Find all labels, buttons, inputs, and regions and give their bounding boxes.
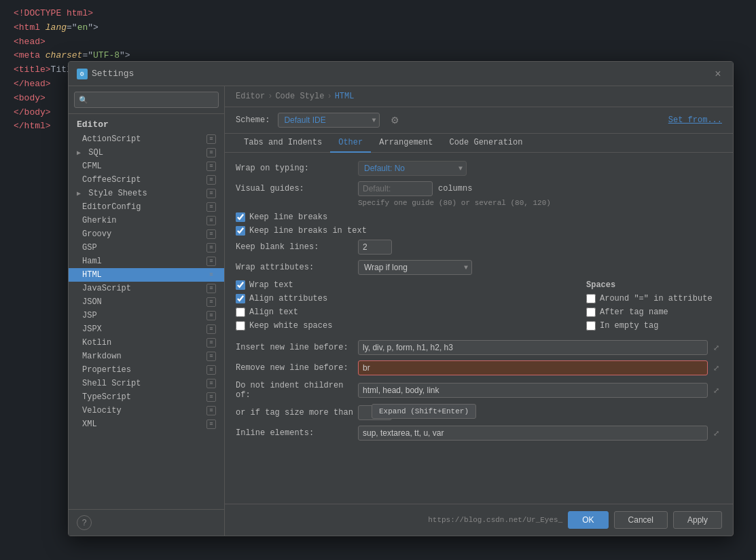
do-not-indent-input[interactable] (358, 383, 708, 398)
sidebar-item-stylesheets[interactable]: ▶ Style Sheets≡ (69, 187, 224, 200)
sidebar-item-jsp[interactable]: JSP≡ (69, 309, 224, 322)
sidebar-item-shell-script[interactable]: Shell Script≡ (69, 377, 224, 390)
sidebar-item-gherkin[interactable]: Gherkin≡ (69, 214, 224, 227)
keep-line-breaks-row: Keep line breaks (236, 212, 722, 222)
scheme-bar: Scheme: Default IDE ▼ ⚙ Set from... (225, 107, 733, 134)
after-tag-name-label[interactable]: After tag name (600, 307, 668, 317)
wrap-attributes-dropdown: Wrap if long Do not wrap Wrap always Wra… (358, 260, 472, 275)
around-attr-checkbox[interactable] (586, 294, 596, 303)
file-icon: ≡ (206, 379, 216, 388)
sidebar-item-jspx[interactable]: JSPX≡ (69, 322, 224, 336)
remove-new-line-before-field: ⤢ (358, 360, 722, 375)
inline-elements-input[interactable] (358, 426, 708, 441)
after-tag-name-checkbox[interactable] (586, 307, 596, 317)
checkboxes-col: Wrap text Align attributes Align text (236, 280, 575, 335)
scheme-select[interactable]: Default IDE (278, 113, 380, 128)
file-icon: ≡ (206, 311, 216, 320)
keep-line-breaks-checkbox[interactable] (236, 212, 245, 222)
file-icon: ≡ (206, 162, 216, 171)
file-icon: ≡ (206, 216, 216, 225)
file-icon: ≡ (206, 352, 216, 361)
align-text-checkbox[interactable] (236, 307, 245, 317)
align-text-label[interactable]: Align text (249, 307, 298, 317)
insert-new-line-before-input[interactable] (358, 340, 708, 355)
search-input[interactable] (74, 92, 219, 108)
align-attributes-row: Align attributes (236, 294, 575, 303)
insert-new-line-expand-button[interactable]: ⤢ (710, 342, 722, 354)
close-button[interactable]: × (711, 67, 725, 81)
settings-content: Wrap on typing: Default: No ▼ Visual gui… (225, 153, 733, 504)
sidebar-item-groovy[interactable]: Groovy≡ (69, 227, 224, 241)
keep-white-spaces-label[interactable]: Keep white spaces (249, 321, 332, 331)
inline-elements-expand-button[interactable]: ⤢ (710, 428, 722, 439)
sidebar-item-xml[interactable]: XML≡ (69, 417, 224, 431)
keep-line-breaks-label[interactable]: Keep line breaks (249, 212, 327, 222)
sidebar-item-html[interactable]: HTML≡ (69, 268, 224, 282)
breadcrumb-editor: Editor (236, 92, 265, 101)
sidebar-item-cfml[interactable]: CFML≡ (69, 160, 224, 173)
in-empty-tag-checkbox[interactable] (586, 321, 596, 331)
in-empty-tag-label[interactable]: In empty tag (600, 321, 658, 331)
wrap-on-typing-dropdown: Default: No ▼ (358, 161, 467, 176)
sidebar-item-markdown[interactable]: Markdown≡ (69, 350, 224, 363)
scheme-gear-button[interactable]: ⚙ (388, 113, 402, 127)
do-not-indent-expand-button[interactable]: ⤢ (710, 385, 722, 396)
inline-elements-field: ⤢ (358, 426, 722, 441)
file-icon: ≡ (206, 175, 216, 185)
breadcrumb-html: HTML (335, 92, 355, 101)
sidebar-item-gsp[interactable]: GSP≡ (69, 241, 224, 255)
sidebar-item-typescript[interactable]: TypeScript≡ (69, 390, 224, 404)
remove-new-line-expand-button[interactable]: ⤢ (710, 362, 722, 374)
tab-arrangement[interactable]: Arrangement (371, 134, 441, 153)
keep-white-spaces-checkbox[interactable] (236, 321, 245, 331)
two-column-section: Wrap text Align attributes Align text (236, 280, 722, 335)
spaces-header: Spaces (586, 280, 722, 290)
sidebar-item-kotlin[interactable]: Kotlin≡ (69, 336, 224, 350)
wrap-text-label[interactable]: Wrap text (249, 280, 293, 290)
keep-blank-lines-input[interactable] (358, 240, 392, 255)
insert-new-line-before-row: Insert new line before: ⤢ (236, 340, 722, 355)
expand-tooltip: Expand (Shift+Enter) (372, 404, 476, 419)
wrap-attributes-row: Wrap attributes: Wrap if long Do not wra… (236, 260, 722, 275)
file-icon: ≡ (206, 257, 216, 266)
dialog-title-area: ⚙ Settings (77, 69, 134, 79)
around-attr-label[interactable]: Around "=" in attribute (600, 294, 713, 303)
sidebar-item-coffeescript[interactable]: CoffeeScript≡ (69, 173, 224, 187)
sidebar-item-javascript[interactable]: JavaScript≡ (69, 282, 224, 295)
file-icon: ≡ (206, 338, 216, 348)
wrap-on-typing-row: Wrap on typing: Default: No ▼ (236, 161, 722, 176)
visual-guides-input[interactable] (358, 181, 433, 196)
sidebar-item-sql[interactable]: ▶ SQL≡ (69, 146, 224, 160)
file-icon: ≡ (206, 419, 216, 429)
visual-guides-hint: Specify one guide (80) or several (80, 1… (358, 199, 722, 207)
align-attributes-label[interactable]: Align attributes (249, 294, 327, 303)
wrap-text-row: Wrap text (236, 280, 575, 290)
wrap-on-typing-select[interactable]: Default: No (358, 161, 467, 176)
align-attributes-checkbox[interactable] (236, 294, 245, 303)
tab-tabs-indents[interactable]: Tabs and Indents (236, 134, 330, 153)
remove-new-line-before-input[interactable] (358, 360, 708, 375)
tab-other[interactable]: Other (330, 134, 371, 153)
tab-code-generation[interactable]: Code Generation (441, 134, 530, 153)
apply-button[interactable]: Apply (673, 511, 722, 529)
sidebar-item-json[interactable]: JSON≡ (69, 295, 224, 309)
keep-line-breaks-text-label[interactable]: Keep line breaks in text (249, 226, 367, 236)
keep-line-breaks-text-checkbox[interactable] (236, 226, 245, 236)
tree-list: Editor ActionScript≡ ▶ SQL≡ CFML≡ Coffee… (69, 114, 224, 509)
wrap-text-checkbox[interactable] (236, 280, 245, 290)
sidebar-item-actionscript[interactable]: ActionScript≡ (69, 132, 224, 146)
cancel-button[interactable]: Cancel (614, 511, 668, 529)
help-button[interactable]: ? (77, 515, 92, 530)
settings-sidebar: 🔍 Editor ActionScript≡ ▶ SQL≡ CFML≡ Coff… (69, 86, 225, 536)
wrap-attributes-select[interactable]: Wrap if long Do not wrap Wrap always Wra… (358, 260, 472, 275)
file-icon: ≡ (206, 229, 216, 239)
columns-label: columns (438, 184, 472, 193)
ok-button[interactable]: OK (568, 511, 608, 529)
sidebar-item-velocity[interactable]: Velocity≡ (69, 404, 224, 417)
sidebar-item-editorconfig[interactable]: EditorConfig≡ (69, 200, 224, 214)
set-from-link[interactable]: Set from... (668, 115, 722, 125)
sidebar-item-haml[interactable]: Haml≡ (69, 255, 224, 268)
search-box: 🔍 (69, 86, 224, 114)
sidebar-item-properties[interactable]: Properties≡ (69, 363, 224, 377)
file-icon: ≡ (206, 189, 216, 198)
